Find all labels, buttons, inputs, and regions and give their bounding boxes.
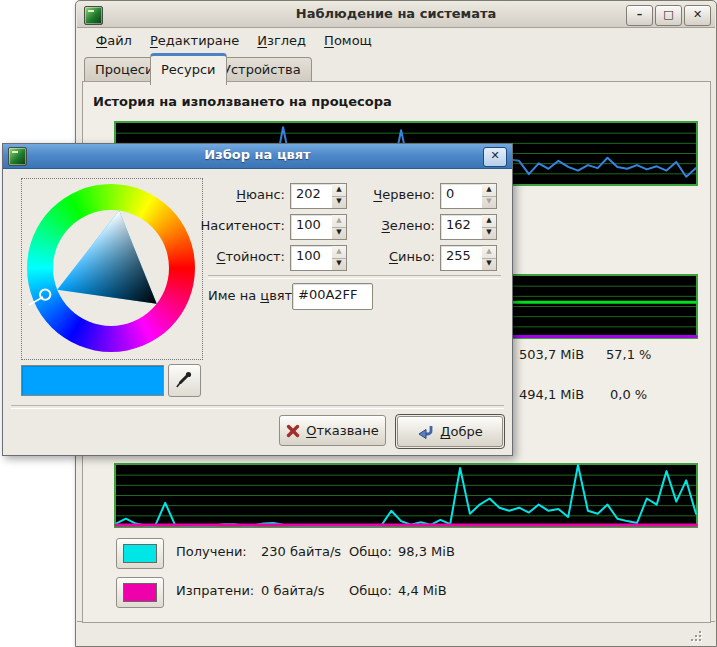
fields-separator <box>208 275 501 279</box>
close-button[interactable]: ✕ <box>684 5 711 26</box>
minimize-button[interactable]: – <box>626 5 653 26</box>
saturation-label: Наситеност: <box>197 214 285 233</box>
cancel-button-label: Отказване <box>306 423 379 438</box>
color-wheel-frame <box>21 178 203 360</box>
red-label: Червено: <box>347 183 435 202</box>
eyedropper-icon <box>174 370 194 390</box>
ok-button-focus-ring: Добре <box>395 414 505 449</box>
hue-spinbox: 202 ▲▼ <box>290 183 347 207</box>
blue-label: Синьо: <box>347 245 435 264</box>
window-title: Наблюдение на системата <box>77 6 715 21</box>
color-name-label: Име на цвят: <box>208 288 297 303</box>
saturation-input[interactable]: 100 <box>290 214 338 240</box>
minimize-icon: – <box>637 8 643 21</box>
dialog-titlebar[interactable]: Избор на цвят ✕ <box>3 144 512 169</box>
green-label: Зелено: <box>347 214 435 233</box>
hue-spin-arrows: ▲▼ <box>332 183 347 209</box>
memory-percent-value: 57,1 % <box>606 347 651 362</box>
dialog-title: Избор на цвят <box>3 147 512 162</box>
resize-grip[interactable] <box>689 629 701 641</box>
color-name-input[interactable]: #00A2FF <box>292 283 373 310</box>
memory-size-value: 503,7 MiB <box>519 347 584 362</box>
network-legend-sent: Изпратени: 0 байта/s Общо: 4,4 MiB <box>76 577 716 607</box>
network-history-chart <box>114 463 698 528</box>
eyedropper-button[interactable] <box>168 364 201 397</box>
menu-view[interactable]: Изглед <box>249 30 314 51</box>
sent-label: Изпратени: <box>176 583 254 598</box>
dialog-close-button[interactable]: ✕ <box>483 147 507 167</box>
swap-percent-value: 0,0 % <box>610 387 647 402</box>
value-spin-arrows: ▲▼ <box>332 245 347 271</box>
value-input[interactable]: 100 <box>290 245 338 271</box>
dialog-close-icon: ✕ <box>490 149 499 162</box>
menu-file[interactable]: Файл <box>88 30 140 51</box>
sent-total-label: Общо: <box>349 583 392 598</box>
received-total-label: Общо: <box>349 544 392 559</box>
menubar: Файл Редактиране Изглед Помощ <box>78 28 714 52</box>
actions-separator <box>11 405 504 409</box>
green-spin-arrows: ▲▼ <box>482 214 497 240</box>
swap-size-value: 494,1 MiB <box>519 387 584 402</box>
received-label: Получени: <box>176 544 247 559</box>
received-total: 98,3 MiB <box>398 544 455 559</box>
received-color-swatch <box>123 544 157 563</box>
selected-color-preview <box>21 365 164 396</box>
window-titlebar[interactable]: Наблюдение на системата – □ ✕ <box>77 2 715 28</box>
saturation-spinbox: 100 ▲▼ <box>290 214 347 238</box>
cancel-button[interactable]: Отказване <box>279 415 386 446</box>
saturation-spin-arrows: ▲▼ <box>332 214 347 240</box>
sent-rate: 0 байта/s <box>261 583 325 598</box>
hue-label: Нюанс: <box>197 183 285 202</box>
value-label: Стойност: <box>197 245 285 264</box>
ok-button[interactable]: Добре <box>397 416 503 447</box>
green-spinbox: 162 ▲▼ <box>440 214 497 238</box>
blue-spin-down-icon[interactable]: ▼ <box>482 258 496 270</box>
network-legend-received: Получени: 230 байта/s Общо: 98,3 MiB <box>76 538 716 568</box>
maximize-icon: □ <box>663 8 673 21</box>
blue-spin-arrows: ▲▼ <box>482 245 497 271</box>
sent-color-swatch <box>123 583 157 602</box>
tab-resources[interactable]: Ресурси <box>150 53 227 85</box>
menu-edit[interactable]: Редактиране <box>142 30 247 51</box>
maximize-button[interactable]: □ <box>655 5 682 26</box>
blue-spinbox: 255 ▲▼ <box>440 245 497 269</box>
value-spin-down-icon[interactable]: ▼ <box>332 258 346 270</box>
cpu-section-title: История на използването на процесора <box>93 94 392 109</box>
red-spinbox: 0 ▲▼ <box>440 183 497 207</box>
tab-devices[interactable]: Устройства <box>212 57 312 82</box>
received-color-button[interactable] <box>116 538 164 569</box>
hue-spin-down-icon[interactable]: ▼ <box>332 196 346 208</box>
red-input[interactable]: 0 <box>440 183 488 209</box>
red-spin-arrows: ▲▼ <box>482 183 497 209</box>
green-spin-down-icon[interactable]: ▼ <box>482 227 496 239</box>
hsv-triangle[interactable] <box>22 179 202 359</box>
sent-color-button[interactable] <box>116 577 164 608</box>
green-input[interactable]: 162 <box>440 214 488 240</box>
statusbar <box>77 621 715 645</box>
color-picker-dialog: Избор на цвят ✕ <box>2 143 513 456</box>
close-icon: ✕ <box>693 8 702 21</box>
received-rate: 230 байта/s <box>261 544 341 559</box>
blue-input[interactable]: 255 <box>440 245 488 271</box>
tabstrip: Процеси Ресурси Устройства <box>76 53 716 82</box>
hue-input[interactable]: 202 <box>290 183 338 209</box>
hue-marker[interactable] <box>40 289 50 299</box>
red-spin-down-icon[interactable]: ▼ <box>482 196 496 208</box>
cancel-x-icon <box>286 424 300 438</box>
ok-return-arrow-icon <box>417 424 434 440</box>
ok-button-label: Добре <box>440 424 482 439</box>
saturation-spin-down-icon[interactable]: ▼ <box>332 227 346 239</box>
menu-help[interactable]: Помощ <box>316 30 380 51</box>
sent-total: 4,4 MiB <box>398 583 447 598</box>
value-spinbox: 100 ▲▼ <box>290 245 347 269</box>
screen: Наблюдение на системата – □ ✕ Файл Редак… <box>0 0 717 647</box>
